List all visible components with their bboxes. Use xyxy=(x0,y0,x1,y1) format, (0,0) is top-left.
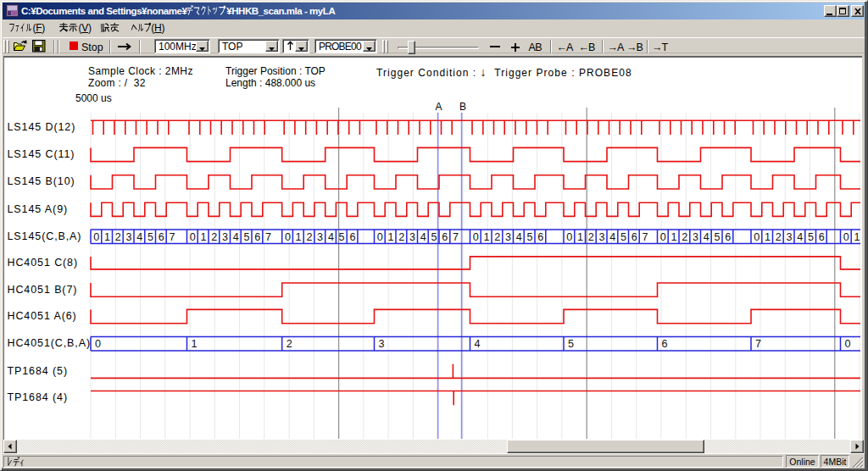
svg-text:1: 1 xyxy=(854,231,860,243)
svg-text:1: 1 xyxy=(104,231,110,243)
svg-text:6: 6 xyxy=(349,231,355,243)
svg-text:2: 2 xyxy=(115,231,121,243)
svg-text:0: 0 xyxy=(190,231,196,243)
svg-text:2: 2 xyxy=(287,338,292,350)
svg-text:5: 5 xyxy=(431,231,437,243)
svg-text:6: 6 xyxy=(725,231,731,243)
svg-text:4: 4 xyxy=(797,231,803,243)
svg-text:1: 1 xyxy=(484,231,490,243)
svg-text:5: 5 xyxy=(568,338,574,350)
svg-text:4: 4 xyxy=(420,231,426,243)
svg-text:1: 1 xyxy=(577,231,583,243)
svg-text:3: 3 xyxy=(409,231,415,243)
svg-text:6: 6 xyxy=(662,338,668,350)
svg-text:0: 0 xyxy=(377,231,383,243)
svg-text:5: 5 xyxy=(808,231,814,243)
svg-text:0: 0 xyxy=(95,338,101,350)
svg-text:4: 4 xyxy=(136,231,142,243)
svg-text:6: 6 xyxy=(819,231,825,243)
svg-text:4: 4 xyxy=(475,338,481,350)
svg-text:4: 4 xyxy=(704,231,709,243)
svg-text:6: 6 xyxy=(159,231,164,243)
svg-text:5: 5 xyxy=(339,231,345,243)
svg-text:7: 7 xyxy=(265,231,271,243)
svg-text:1: 1 xyxy=(296,231,302,243)
svg-text:0: 0 xyxy=(566,231,572,243)
svg-text:0: 0 xyxy=(285,231,291,243)
svg-text:3: 3 xyxy=(222,231,228,243)
svg-text:7: 7 xyxy=(643,231,648,243)
svg-text:1: 1 xyxy=(192,338,198,350)
svg-text:3: 3 xyxy=(599,231,605,243)
svg-text:7: 7 xyxy=(453,231,459,243)
svg-text:0: 0 xyxy=(93,231,99,243)
svg-text:7: 7 xyxy=(169,231,175,243)
svg-text:2: 2 xyxy=(682,231,687,243)
svg-text:2: 2 xyxy=(306,231,312,243)
svg-text:6: 6 xyxy=(442,231,448,243)
svg-text:3: 3 xyxy=(693,231,698,243)
svg-text:0: 0 xyxy=(845,338,851,350)
svg-text:0: 0 xyxy=(660,231,666,243)
svg-text:5: 5 xyxy=(243,231,249,243)
svg-text:3: 3 xyxy=(379,338,385,350)
svg-text:3: 3 xyxy=(125,231,131,243)
svg-text:2: 2 xyxy=(494,231,500,243)
svg-text:2: 2 xyxy=(211,231,217,243)
svg-text:6: 6 xyxy=(537,231,543,243)
svg-text:1: 1 xyxy=(671,231,677,243)
svg-text:0: 0 xyxy=(754,231,760,243)
svg-text:2: 2 xyxy=(398,231,404,243)
svg-text:0: 0 xyxy=(473,231,479,243)
svg-text:3: 3 xyxy=(317,231,323,243)
svg-text:7: 7 xyxy=(755,338,761,350)
svg-text:0: 0 xyxy=(843,231,849,243)
svg-text:2: 2 xyxy=(588,231,594,243)
svg-text:6: 6 xyxy=(254,231,260,243)
svg-text:1: 1 xyxy=(200,231,206,243)
svg-text:6: 6 xyxy=(632,231,637,243)
svg-text:5: 5 xyxy=(527,231,533,243)
svg-text:2: 2 xyxy=(776,231,782,243)
svg-text:3: 3 xyxy=(787,231,793,243)
svg-text:1: 1 xyxy=(387,231,393,243)
svg-text:5: 5 xyxy=(620,231,626,243)
svg-text:4: 4 xyxy=(516,231,522,243)
svg-text:1: 1 xyxy=(765,231,771,243)
svg-text:4: 4 xyxy=(328,231,334,243)
svg-text:5: 5 xyxy=(147,231,153,243)
svg-text:5: 5 xyxy=(715,231,721,243)
svg-text:4: 4 xyxy=(609,231,615,243)
svg-text:4: 4 xyxy=(233,231,239,243)
svg-text:3: 3 xyxy=(505,231,511,243)
